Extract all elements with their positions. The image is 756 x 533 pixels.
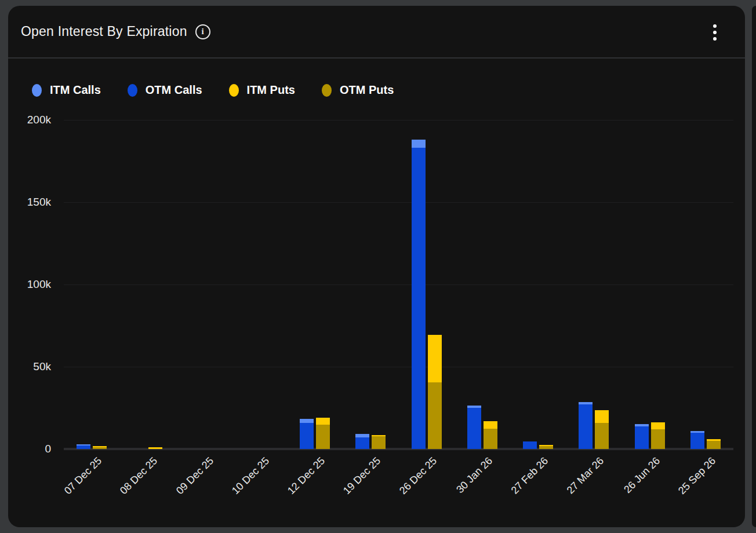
x-axis-label: 10 Dec 25 [218, 455, 272, 509]
bar-otm-calls[interactable] [579, 404, 593, 449]
bar-itm-calls[interactable] [77, 444, 90, 446]
kebab-dot [713, 24, 717, 28]
kebab-dot [713, 31, 717, 34]
bar-otm-puts[interactable] [372, 436, 386, 449]
bar-itm-puts[interactable] [372, 435, 386, 436]
chart-plot-area: 07 Dec 2508 Dec 2509 Dec 2510 Dec 2512 D… [64, 120, 733, 449]
y-axis-tick: 100k [8, 278, 51, 291]
bar-itm-puts[interactable] [651, 422, 665, 429]
card-header: Open Interest By Expiration i [8, 6, 745, 59]
bar-otm-puts[interactable] [484, 429, 497, 449]
bar-itm-puts[interactable] [316, 418, 330, 425]
legend-dot-icon [128, 84, 137, 97]
bar-otm-puts[interactable] [707, 441, 721, 449]
bar-otm-puts[interactable] [651, 429, 665, 449]
kebab-dot [713, 37, 717, 41]
bar-itm-puts[interactable] [707, 439, 721, 441]
bar-itm-calls[interactable] [579, 402, 593, 404]
bar-itm-puts[interactable] [539, 445, 553, 446]
legend-item-itm-calls[interactable]: ITM Calls [32, 83, 101, 97]
legend-item-otm-puts[interactable]: OTM Puts [322, 83, 394, 97]
legend-label: ITM Calls [50, 83, 101, 97]
bar-itm-calls[interactable] [412, 140, 426, 148]
legend-dot-icon [229, 84, 239, 97]
legend-item-otm-calls[interactable]: OTM Calls [128, 83, 202, 97]
x-axis-label: 09 Dec 25 [162, 455, 216, 509]
bar-otm-calls[interactable] [523, 441, 537, 449]
bar-itm-puts[interactable] [428, 335, 442, 382]
bar-itm-puts[interactable] [484, 421, 497, 429]
bar-itm-calls[interactable] [690, 431, 704, 433]
legend-label: ITM Puts [247, 83, 295, 97]
x-axis-label: 12 Dec 25 [274, 455, 328, 509]
page-title: Open Interest By Expiration [21, 24, 187, 39]
bar-itm-calls[interactable] [467, 406, 481, 408]
x-axis-label: 07 Dec 25 [50, 455, 104, 509]
bar-otm-calls[interactable] [77, 446, 90, 449]
bar-otm-puts[interactable] [539, 446, 553, 449]
chart-legend: ITM Calls OTM Calls ITM Puts OTM Puts [32, 83, 394, 97]
y-axis-tick: 0 [8, 443, 51, 455]
bar-itm-puts[interactable] [595, 410, 609, 423]
x-axis-label: 27 Feb 26 [497, 455, 551, 509]
bar-itm-calls[interactable] [355, 434, 369, 437]
bar-otm-calls[interactable] [690, 433, 704, 449]
x-axis-label: 26 Jun 26 [609, 455, 663, 509]
bar-itm-puts[interactable] [148, 447, 162, 449]
bar-otm-calls[interactable] [467, 408, 481, 449]
gridline-100k [64, 284, 733, 285]
bar-otm-calls[interactable] [300, 423, 314, 449]
adjacent-card-edge [752, 6, 756, 527]
x-axis-label: 27 Mar 26 [553, 455, 606, 509]
open-interest-card: Open Interest By Expiration i ITM Calls … [8, 6, 745, 527]
gridline-50k [64, 367, 733, 367]
bar-otm-calls[interactable] [635, 426, 649, 449]
kebab-menu-button[interactable] [708, 20, 722, 45]
bar-otm-calls[interactable] [412, 148, 426, 449]
legend-label: OTM Calls [146, 83, 202, 97]
info-icon[interactable]: i [195, 24, 210, 39]
bar-itm-calls[interactable] [300, 419, 314, 423]
legend-label: OTM Puts [340, 83, 394, 97]
x-axis-line [64, 448, 733, 450]
x-axis-label: 08 Dec 25 [106, 455, 160, 509]
x-axis-label: 30 Jan 26 [441, 455, 495, 509]
gridline-150k [64, 202, 733, 203]
gridline-200k [64, 120, 733, 121]
y-axis-tick: 50k [8, 360, 51, 373]
legend-item-itm-puts[interactable]: ITM Puts [229, 83, 295, 97]
legend-dot-icon [322, 84, 332, 97]
bar-itm-puts[interactable] [93, 446, 107, 447]
y-axis-tick: 200k [8, 114, 51, 126]
bar-otm-puts[interactable] [428, 382, 442, 449]
bar-otm-puts[interactable] [93, 447, 107, 449]
x-axis-label: 19 Dec 25 [329, 455, 383, 509]
bar-otm-puts[interactable] [595, 423, 609, 449]
x-axis-label: 26 Dec 25 [386, 455, 439, 509]
y-axis-tick: 150k [8, 196, 51, 209]
bar-itm-calls[interactable] [635, 424, 649, 426]
bar-otm-calls[interactable] [355, 437, 369, 449]
x-axis-label: 25 Sep 26 [664, 455, 718, 509]
legend-dot-icon [32, 84, 42, 97]
bar-otm-puts[interactable] [316, 425, 330, 449]
